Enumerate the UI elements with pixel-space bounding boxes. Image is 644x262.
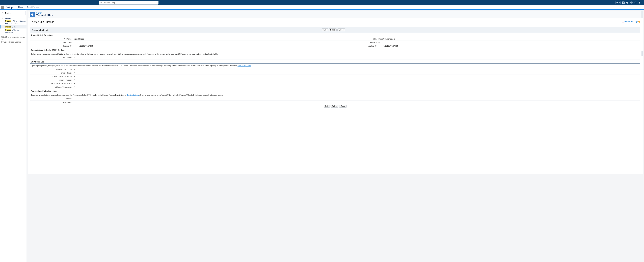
bell-icon[interactable] [638, 1, 641, 4]
context-bar: Setup Home Object Manager [0, 5, 644, 9]
tree-leaf-label: URLs [11, 26, 16, 28]
info-icon[interactable] [70, 76, 72, 77]
info-icon[interactable] [70, 69, 72, 70]
api-name-value: highlightingest [72, 37, 336, 41]
perm-microphone-label: microphone [30, 100, 72, 104]
directive-label: style-src (stylesheets) [30, 85, 72, 89]
svg-rect-3 [622, 21, 624, 22]
edit-button[interactable]: Edit [324, 105, 330, 108]
tree-search[interactable] [1, 11, 26, 15]
search-highlight: Trusted [5, 29, 11, 31]
active-label: Active [335, 41, 378, 44]
setup-tree-sidebar: Security Trusted URL and Browser Policy … [0, 10, 26, 262]
global-search[interactable] [99, 1, 158, 4]
aura-lwr-link[interactable]: Aura or LWR sites [238, 65, 251, 67]
created-by-label: Created By [30, 44, 72, 48]
app-name: Setup [6, 6, 12, 9]
shield-icon [31, 13, 34, 16]
section-csp-settings: Content Security Policy (CSP) Settings [30, 48, 640, 52]
directive-value [72, 78, 640, 82]
search-icon [100, 2, 102, 3]
directive-label: img-src (images) [30, 78, 72, 82]
info-icon[interactable] [375, 42, 376, 43]
global-header [0, 0, 644, 5]
delete-button[interactable]: Delete [329, 28, 336, 31]
tree-leaf-trusted-urls[interactable]: Trusted URLs [0, 25, 26, 29]
session-settings-link[interactable]: Session Settings [126, 94, 139, 96]
chevron-down-icon [41, 6, 42, 8]
page-button-bar-bottom: Edit Delete Clone [30, 104, 640, 108]
tree-node-security[interactable]: Security [0, 17, 26, 19]
api-name-label: API Name [30, 37, 72, 41]
check-icon [74, 83, 75, 84]
detail-card: Trusted URL Details Help for this Page T… [28, 18, 643, 174]
csp-settings-description: To help prevent cross-site scripting (XS… [30, 52, 640, 56]
directive-label: media-src (audio and video) [30, 82, 72, 85]
page-title: Trusted URLs [36, 14, 54, 17]
nav-tab-home[interactable]: Home [16, 5, 25, 9]
edit-button[interactable]: Edit [322, 28, 328, 31]
help-badge-icon [638, 20, 640, 23]
delete-button[interactable]: Delete [330, 105, 338, 108]
question-icon[interactable] [630, 1, 632, 4]
directive-value [72, 68, 640, 71]
directive-value [72, 82, 640, 85]
page-button-bar-top: Edit Delete Clone [48, 28, 619, 32]
main-canvas: SETUP Trusted URLs Trusted URL Details H… [26, 10, 644, 262]
created-by-value: 5/10/2024 3:37 PM [72, 44, 336, 48]
add-icon[interactable] [622, 1, 624, 4]
help-image-icon [622, 21, 624, 22]
global-search-input[interactable] [104, 1, 155, 4]
perm-camera-label: camera [30, 97, 72, 100]
nav-tab-home-label: Home [18, 6, 23, 8]
clone-button[interactable]: Clone [339, 105, 347, 108]
detail-table: Trusted URL Detail Edit Delete Clone Tru… [30, 27, 640, 108]
page-header-icon [30, 12, 35, 17]
help-link[interactable]: Help for this Page [624, 21, 638, 23]
description-value [72, 41, 336, 44]
search-icon [2, 12, 4, 14]
check-icon [74, 79, 75, 81]
nav-tab-object-manager[interactable]: Object Manager [25, 5, 44, 9]
side-expand-handle[interactable] [641, 51, 643, 56]
directive-value [72, 71, 640, 75]
page-crumb: SETUP [36, 12, 54, 14]
app-launcher-icon[interactable] [1, 6, 4, 8]
tree-search-input[interactable] [4, 12, 25, 14]
directive-value [72, 75, 640, 78]
csp-context-label: CSP Context [30, 56, 72, 59]
gear-icon[interactable] [634, 1, 636, 4]
caret-down-icon [619, 2, 620, 3]
salesforce-help-icon[interactable] [626, 1, 628, 4]
perm-microphone-value [72, 100, 640, 104]
tree-leaf-trusted-url-violations[interactable]: Trusted URL and Browser Policy Violation… [0, 19, 26, 25]
global-actions [616, 1, 641, 4]
active-value [378, 41, 640, 44]
tree-node-label: Security [4, 17, 11, 19]
csp-context-value: All [72, 56, 640, 59]
clone-button[interactable]: Clone [338, 28, 345, 31]
expand-handle[interactable] [641, 11, 643, 18]
check-icon [74, 76, 75, 77]
perm-camera-value [72, 97, 640, 100]
url-value: https://pub.highlight.io [378, 37, 640, 41]
section-trusted-url-info: Trusted URL Information [30, 33, 640, 37]
star-icon [616, 1, 618, 4]
directive-label: frame-src (iframe content) [30, 75, 72, 78]
tree-leaf-trusted-urls-redirects[interactable]: Trusted URLs for Redirects [0, 28, 26, 34]
directive-label: font-src (fonts) [30, 71, 72, 75]
favorites-button[interactable] [616, 1, 620, 4]
modified-by-value: 5/10/2024 3:37 PM [378, 44, 640, 48]
csp-directives-description: Lightning components, third-party APIs, … [30, 64, 640, 68]
nav-tab-object-manager-label: Object Manager [27, 6, 40, 8]
check-icon [74, 86, 75, 88]
section-permissions-policy: Permissions Policy Directives [30, 89, 640, 93]
search-highlight: Trusted [5, 26, 11, 28]
url-label: URL [335, 37, 378, 41]
modified-by-label: Modified By [335, 44, 378, 48]
search-highlight: Trusted [5, 20, 11, 22]
section-csp-directives: CSP Directives [30, 59, 640, 64]
checkbox-empty-icon [74, 101, 75, 103]
chevron-down-icon [2, 17, 3, 19]
check-icon [74, 72, 75, 73]
